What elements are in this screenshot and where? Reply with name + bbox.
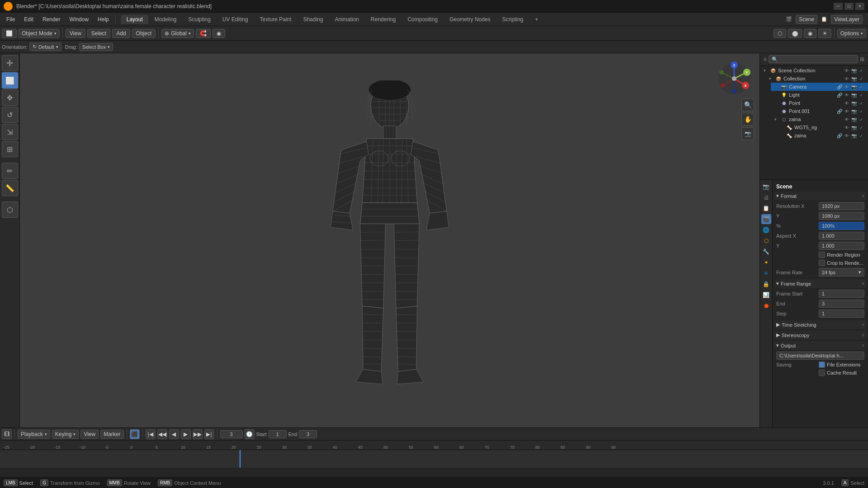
check-icon[interactable]: ✓ [858,132,864,139]
viewport-shading-wire[interactable]: ⬡ [774,29,786,38]
timeline-type-btn[interactable]: 🎞 [2,429,12,439]
snap-btn[interactable]: 🧲 [196,29,211,38]
ws-geometry-nodes[interactable]: Geometry Nodes [444,15,496,24]
ws-layout[interactable]: Layout [121,15,148,24]
format-header[interactable]: ▾ Format ≡ [774,192,866,200]
outliner-scene-collection[interactable]: ▾ 📦 Scene Collection 👁 📷 ✓ [760,66,868,75]
menu-render[interactable]: Render [38,15,65,23]
file-ext-checkbox[interactable]: File Extensions [819,361,861,368]
prop-render-icon[interactable]: 📷 [761,182,771,192]
crop-checkbox[interactable]: Crop to Rende... [819,260,863,266]
cache-checkbox[interactable]: Cache Result [819,370,857,376]
check-icon[interactable]: ✓ [858,84,864,90]
prop-constraints-icon[interactable]: 🔒 [761,279,771,289]
ws-animation[interactable]: Animation [330,15,364,24]
render-region-checkbox[interactable]: Render Region [819,252,860,258]
scene-selector[interactable]: Scene [796,15,817,24]
check-icon[interactable]: ✓ [858,100,864,106]
menu-help[interactable]: Help [93,15,113,23]
menu-window[interactable]: Window [65,15,93,23]
check-icon[interactable]: ✓ [858,108,864,114]
options-dropdown[interactable]: Options ▾ [837,29,866,38]
move-tool[interactable]: ✥ [2,89,18,106]
eye-icon[interactable]: 👁 [844,116,850,122]
format-menu-icon[interactable]: ≡ [862,193,864,198]
camera-icon[interactable]: 📷 [851,100,857,106]
prev-keyframe-btn[interactable]: ◀◀ [157,429,167,439]
link-icon[interactable]: 🔗 [836,108,843,114]
mode-dropdown[interactable]: Object Mode ▾ [19,29,60,38]
fr-range-menu[interactable]: ≡ [862,281,864,286]
outliner-zaina-child[interactable]: ▶ 🦴 zaina 🔗 👁 📷 ✓ [776,131,868,140]
zoom-in-btn[interactable]: 🔍 [741,99,754,111]
check-icon[interactable]: ✓ [858,124,864,131]
eye-icon[interactable]: 👁 [844,124,850,131]
out-menu[interactable]: ≡ [862,343,864,348]
prop-viewlayer-icon[interactable]: 📋 [761,203,771,213]
render-region-check[interactable] [819,252,825,258]
link-icon[interactable]: 🔗 [836,132,843,139]
res-x-value[interactable]: 1920 px [819,202,864,210]
viewlayer-selector[interactable]: ViewLayer [831,15,863,24]
eye-icon[interactable]: 👁 [844,108,850,114]
start-frame-input[interactable] [269,430,287,438]
ws-sculpting[interactable]: Sculpting [183,15,216,24]
asp-x-value[interactable]: 1.000 [819,232,864,240]
eye-icon[interactable]: 👁 [844,84,850,90]
tl-view-dropdown[interactable]: View [80,430,99,439]
check-icon[interactable]: ✓ [858,75,864,82]
view-menu[interactable]: View [66,29,85,38]
cursor-tool[interactable]: ✛ [2,55,18,71]
crop-check[interactable] [819,260,825,266]
ws-compositing[interactable]: Compositing [402,15,443,24]
drag-dropdown[interactable]: Select Box ▾ [79,43,113,51]
outliner-point001[interactable]: ▶ ⬟ Point.001 🔗 👁 📷 ✓ [771,107,868,115]
play-btn[interactable]: ▶ [181,429,191,439]
output-header[interactable]: ▾ Output ≡ [774,341,866,350]
res-y-value[interactable]: 1080 px [819,212,864,220]
eye-icon[interactable]: 👁 [844,75,850,82]
menu-edit[interactable]: Edit [19,15,38,23]
camera-icon[interactable]: 📷 [851,75,857,82]
jump-start-btn[interactable]: |◀ [146,429,156,439]
select-menu[interactable]: Select [87,29,110,38]
ws-modeling[interactable]: Modeling [149,15,182,24]
timeline-content[interactable]: -25-20-15-10-505101520253035404550556065… [0,441,868,477]
time-stretching-header[interactable]: ▶ Time Stretching ≡ [774,320,866,329]
prop-scene-icon[interactable]: 🎬 [761,214,771,224]
outliner-point[interactable]: ▶ ⬟ Point 👁 📷 ✓ [771,99,868,107]
jump-end-btn[interactable]: ▶| [204,429,214,439]
proportional-btn[interactable]: ◉ [212,29,225,38]
maximize-button[interactable]: □ [844,3,854,10]
fs-value[interactable]: 1 [819,290,864,298]
prop-data-icon[interactable]: 📊 [761,290,771,300]
marker-dropdown[interactable]: Marker [100,430,123,439]
pct-value[interactable]: 100% [819,222,864,230]
prop-world-icon[interactable]: 🌐 [761,225,771,235]
fe-value[interactable]: 3 [819,300,864,308]
viewport-shading-material[interactable]: ◉ [804,29,816,38]
frame-clock-btn[interactable]: 🕐 [245,429,255,439]
close-button[interactable]: × [855,3,864,10]
prop-output-icon[interactable]: 🖨 [761,192,771,202]
keyframe-indicator[interactable]: ⬛ [130,429,140,439]
outliner-search[interactable] [769,55,858,63]
viewport-gizmo[interactable]: Z X Y [716,61,752,97]
eye-icon[interactable]: 👁 [844,67,850,74]
fstep-value[interactable]: 1 [819,310,864,318]
viewport-shading-render[interactable]: ☀ [818,29,831,38]
add-object-tool[interactable]: ⬡ [2,202,18,218]
camera-icon[interactable]: 📷 [851,67,857,74]
outliner-wgt5rig[interactable]: ▶ 🦴 WGT5_rig 👁 📷 ✓ [776,123,868,131]
camera-icon[interactable]: 📷 [851,84,857,90]
select-box-tool[interactable]: ⬜ [2,72,18,89]
stereo-menu[interactable]: ≡ [862,333,864,338]
window-controls[interactable]: ─ □ × [834,3,864,10]
outliner-zaina-parent[interactable]: ▾ ⬡ zaina 👁 📷 ✓ [771,115,868,123]
rotate-tool[interactable]: ↺ [2,107,18,123]
output-path-value[interactable]: C:\Users\soila\Desktop\ai h... [776,352,864,360]
camera-icon[interactable]: 📷 [851,116,857,122]
prop-physics-icon[interactable]: ⚛ [761,268,771,278]
transform-tool[interactable]: ⊞ [2,141,18,157]
measure-tool[interactable]: 📏 [2,180,18,196]
